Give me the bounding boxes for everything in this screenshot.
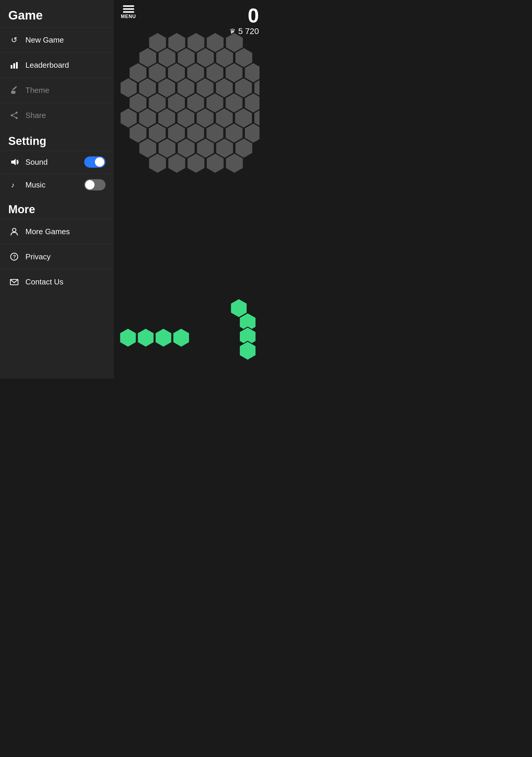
- sidebar: Game ↺ New Game Leaderboard Theme: [0, 0, 114, 378]
- game-area: MENU 0 ♛ 5 720: [114, 0, 266, 378]
- menu-button[interactable]: MENU: [121, 5, 136, 19]
- svg-text:?: ?: [13, 254, 16, 259]
- menu-line-3: [123, 11, 134, 13]
- sidebar-item-more-games[interactable]: More Games: [0, 219, 114, 244]
- sound-toggle[interactable]: [84, 156, 105, 168]
- sound-label: Sound: [25, 158, 84, 167]
- setting-heading: Setting: [0, 128, 114, 151]
- sidebar-title: Game: [0, 0, 114, 27]
- privacy-label: Privacy: [25, 252, 50, 261]
- new-game-icon: ↺: [8, 34, 20, 46]
- sound-toggle-row: Sound: [0, 151, 114, 173]
- music-icon: ♪: [8, 179, 20, 191]
- hex-grid-svg: [121, 30, 259, 195]
- sound-icon: [8, 156, 20, 168]
- theme-label: Theme: [25, 86, 49, 95]
- svg-marker-17: [121, 30, 138, 50]
- svg-marker-19: [216, 299, 232, 318]
- share-icon: [8, 109, 20, 121]
- music-label: Music: [25, 180, 84, 190]
- privacy-icon: ?: [8, 251, 20, 262]
- sidebar-item-share[interactable]: Share: [0, 103, 114, 128]
- piece-tray: [114, 299, 266, 370]
- contact-us-label: Contact Us: [25, 277, 64, 287]
- leaderboard-icon: [8, 59, 20, 71]
- new-game-label: New Game: [25, 36, 64, 45]
- sound-toggle-knob: [95, 157, 104, 167]
- menu-line-1: [123, 5, 134, 7]
- svg-marker-11: [11, 159, 16, 165]
- svg-rect-3: [11, 91, 15, 94]
- share-label: Share: [25, 111, 46, 120]
- svg-rect-2: [16, 62, 18, 69]
- leaderboard-label: Leaderboard: [25, 61, 69, 70]
- svg-line-9: [13, 113, 16, 115]
- svg-point-6: [16, 112, 18, 114]
- current-score: 0: [229, 5, 259, 25]
- hex-grid: [121, 30, 259, 197]
- sidebar-item-leaderboard[interactable]: Leaderboard: [0, 52, 114, 77]
- music-toggle[interactable]: [84, 179, 105, 191]
- menu-icon: [123, 5, 134, 13]
- more-heading: More: [0, 196, 114, 219]
- music-toggle-row: ♪ Music: [0, 173, 114, 196]
- music-toggle-knob: [85, 180, 95, 190]
- svg-point-13: [13, 228, 16, 232]
- menu-line-2: [123, 8, 134, 10]
- sidebar-item-theme[interactable]: Theme: [0, 77, 114, 103]
- svg-point-7: [16, 117, 18, 119]
- sidebar-item-contact-us[interactable]: Contact Us: [0, 269, 114, 294]
- svg-point-8: [11, 114, 13, 116]
- piece-left[interactable]: [120, 325, 208, 355]
- piece-right[interactable]: [216, 299, 263, 364]
- svg-rect-0: [11, 65, 13, 69]
- svg-line-10: [13, 116, 16, 117]
- menu-label: MENU: [121, 14, 136, 19]
- sidebar-item-privacy[interactable]: ? Privacy: [0, 244, 114, 269]
- theme-icon: [8, 84, 20, 96]
- svg-text:♪: ♪: [11, 181, 15, 189]
- more-games-icon: [8, 226, 20, 237]
- sidebar-item-new-game[interactable]: ↺ New Game: [0, 27, 114, 52]
- svg-rect-5: [13, 86, 17, 90]
- svg-rect-1: [13, 63, 15, 69]
- contact-us-icon: [8, 276, 20, 288]
- more-games-label: More Games: [25, 227, 70, 236]
